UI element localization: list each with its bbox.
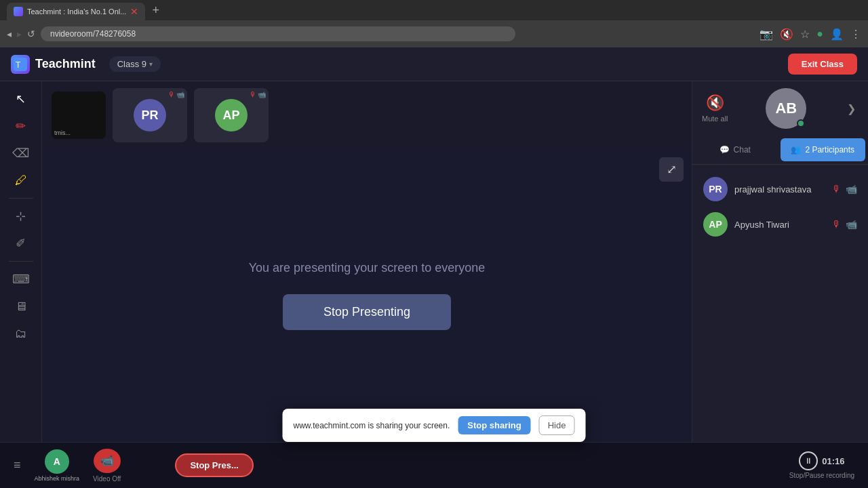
participant-list-icons-pr: 🎙 📹 [832, 184, 857, 195]
main-body: ↖ ✏ ⌫ 🖊 ⊹ ✐ ⌨ 🖥 🗂 tmis... [0, 81, 868, 442]
stop-sharing-button[interactable]: Stop sharing [458, 416, 530, 434]
video-icon: 📹 [94, 449, 121, 473]
participant-avatar-ap: AP [215, 99, 248, 131]
nav-refresh[interactable]: ↺ [27, 28, 35, 39]
sharing-notification-bar: www.teachmint.com is sharing your screen… [283, 409, 586, 442]
participant-card-ap[interactable]: AP 🎙 📹 [194, 88, 269, 142]
chat-tab-label: Chat [734, 145, 751, 155]
participant-card-pr[interactable]: PR 🎙 📹 [113, 88, 187, 142]
cam-off-icon-ap: 📹 [258, 91, 266, 98]
participant-icons-pr: 🎙 📹 [168, 91, 184, 98]
user-name: Abhishek mishra [35, 475, 80, 482]
participants-list: PR prajjwal shrivastava 🎙 📹 AP Apyush Ti… [692, 165, 868, 442]
cam-status-icon-ap: 📹 [846, 219, 857, 230]
new-tab-button[interactable]: + [152, 3, 159, 18]
left-toolbar: ↖ ✏ ⌫ 🖊 ⊹ ✐ ⌨ 🖥 🗂 [0, 81, 42, 442]
right-panel-top: 🔇 Mute all AB ❯ [692, 81, 868, 136]
extension-icon[interactable]: ● [816, 28, 823, 40]
bottom-left: ≡ [14, 458, 21, 472]
camera-icon[interactable]: 📷 [760, 28, 773, 41]
stop-presenting-bottom-button[interactable]: Stop Pres... [175, 453, 254, 477]
logo-text: Teachmint [35, 57, 96, 71]
class-selector[interactable]: Class 9 ▾ [109, 56, 161, 72]
nav-back[interactable]: ◂ [7, 28, 12, 39]
cam-off-icon-pr: 📹 [176, 91, 184, 98]
video-label: Video Off [93, 475, 121, 483]
tab-favicon [14, 7, 23, 16]
stop-presenting-button[interactable]: Stop Presenting [283, 294, 451, 330]
self-video-card[interactable]: tmis... [52, 92, 106, 139]
eraser-tool-button[interactable]: ⌫ [6, 141, 36, 165]
participants-icon: 👥 [791, 145, 801, 155]
logo: T Teachmint [11, 55, 96, 74]
select-tool-button[interactable]: ⊹ [6, 204, 36, 228]
logo-icon: T [11, 55, 30, 74]
recording-section: ⏸ 01:16 Stop/Pause recording [789, 451, 854, 479]
pencil-tool-button[interactable]: 🖊 [6, 168, 36, 192]
mic-muted-icon-ap: 🎙 [250, 91, 256, 98]
participants-strip: tmis... PR 🎙 📹 AP [42, 81, 692, 149]
screen-share-area: ⤢ You are presenting your screen to ever… [42, 149, 692, 442]
star-icon[interactable]: ☆ [800, 28, 810, 41]
keyboard-tool-button[interactable]: ⌨ [6, 267, 36, 291]
bottom-menu-icon[interactable]: ≡ [14, 458, 21, 472]
pen-tool-button[interactable]: ✏ [6, 114, 36, 138]
chat-icon: 💬 [719, 145, 730, 155]
mic-status-icon-pr: 🎙 [832, 184, 842, 195]
cursor-tool-button[interactable]: ↖ [6, 87, 36, 111]
address-text: nvideoroom/748276058 [50, 29, 136, 39]
right-panel: 🔇 Mute all AB ❯ 💬 Chat 👥 [692, 81, 868, 442]
presenting-message: You are presenting your screen to everyo… [249, 261, 486, 275]
list-item: PR prajjwal shrivastava 🎙 📹 [699, 171, 861, 207]
center-content: tmis... PR 🎙 📹 AP [42, 81, 692, 442]
chevron-down-icon: ▾ [149, 60, 153, 68]
tab-title: Teachmint : India's No.1 Onl... [27, 7, 126, 16]
draw-tool-button[interactable]: ✐ [6, 231, 36, 256]
collapse-panel-button[interactable]: ❯ [844, 100, 859, 118]
sharing-message: www.teachmint.com is sharing your screen… [294, 421, 450, 430]
browser-tab[interactable]: Teachmint : India's No.1 Onl... ✕ [7, 3, 145, 20]
browser-chrome: Teachmint : India's No.1 Onl... ✕ + [0, 0, 868, 20]
online-indicator [797, 119, 805, 127]
mute-all-label: Mute all [702, 115, 728, 123]
fullscreen-button[interactable]: ⤢ [659, 157, 684, 182]
cam-status-icon-pr: 📹 [846, 184, 857, 195]
screen-tool-button[interactable]: 🖥 [6, 294, 36, 319]
mic-status-icon-ap: 🎙 [832, 219, 842, 230]
mute-all-button[interactable]: 🔇 Mute all [702, 94, 728, 123]
nav-forward[interactable]: ▸ [17, 28, 22, 39]
browser-right-icons: 📷 🔇 ☆ ● 👤 ⋮ [760, 28, 861, 41]
tab-close-icon[interactable]: ✕ [130, 6, 138, 17]
profile-icon[interactable]: 👤 [830, 28, 844, 41]
recording-label: Stop/Pause recording [789, 472, 854, 479]
participant-icons-ap: 🎙 📹 [250, 91, 266, 98]
toolbar-separator-2 [9, 261, 33, 262]
app-tool-button[interactable]: 🗂 [6, 321, 36, 346]
browser-addressbar: ◂ ▸ ↺ nvideoroom/748276058 📷 🔇 ☆ ● 👤 ⋮ [0, 20, 868, 47]
app-header: T Teachmint Class 9 ▾ Exit Class [0, 47, 868, 81]
menu-icon[interactable]: ⋮ [850, 28, 861, 41]
address-bar[interactable]: nvideoroom/748276058 [41, 26, 515, 41]
tab-chat[interactable]: 💬 Chat [692, 136, 778, 164]
exit-class-button[interactable]: Exit Class [788, 54, 857, 75]
mute-icon: 🔇 [706, 94, 724, 112]
pause-recording-button[interactable]: ⏸ 01:16 [799, 451, 844, 470]
participant-list-avatar-pr: PR [703, 177, 728, 201]
toolbar-separator [9, 198, 33, 199]
video-toggle-button[interactable]: 📹 Video Off [93, 449, 121, 483]
participants-tab-label: 2 Participants [805, 145, 854, 155]
tab-participants[interactable]: 👥 2 Participants [781, 138, 866, 161]
class-label: Class 9 [117, 59, 146, 69]
participant-list-icons-ap: 🎙 📹 [832, 219, 857, 230]
mic-muted-icon[interactable]: 🔇 [780, 28, 793, 41]
participant-list-name-pr: prajjwal shrivastava [734, 184, 825, 195]
mic-muted-icon-pr: 🎙 [168, 91, 175, 98]
list-item: AP Apyush Tiwari 🎙 📹 [699, 207, 861, 242]
svg-text:T: T [16, 60, 21, 70]
hide-sharing-bar-button[interactable]: Hide [539, 415, 575, 435]
bottom-bar: ≡ A Abhishek mishra 📹 Video Off Stop Pre… [0, 442, 868, 488]
participant-list-avatar-ap: AP [703, 212, 728, 237]
pause-icon: ⏸ [799, 451, 818, 470]
user-avatar: A [45, 449, 69, 474]
right-panel-tabs: 💬 Chat 👥 2 Participants [692, 136, 868, 165]
